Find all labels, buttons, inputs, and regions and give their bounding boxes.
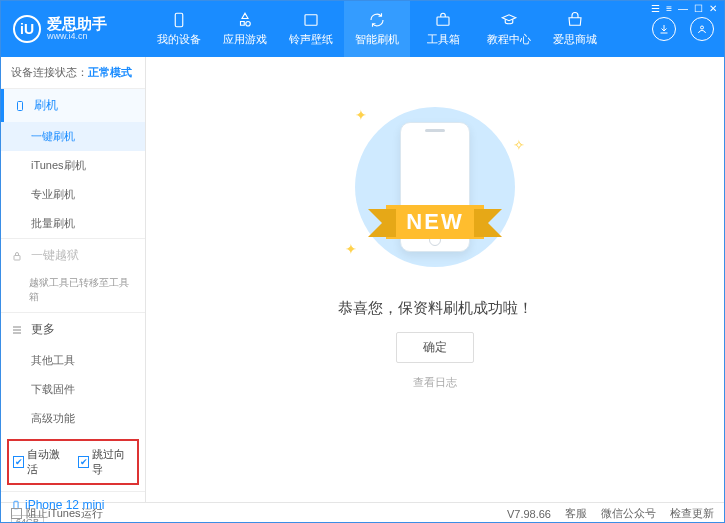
new-ribbon: NEW — [386, 205, 483, 239]
success-illustration: ✦ ✧ ✦ NEW — [335, 97, 535, 277]
sidebar: 设备连接状态：正常模式 刷机 一键刷机 iTunes刷机 专业刷机 批量刷机 一… — [1, 57, 146, 502]
svg-rect-0 — [175, 13, 183, 27]
header: ☰ ≡ — ☐ ✕ iU 爱思助手 www.i4.cn 我的设备 应用游戏 铃声… — [1, 1, 724, 57]
window-controls: ☰ ≡ — ☐ ✕ — [651, 3, 717, 14]
sidebar-head-flash[interactable]: 刷机 — [1, 89, 145, 122]
account-button[interactable] — [690, 17, 714, 41]
sidebar-item-pro-flash[interactable]: 专业刷机 — [1, 180, 145, 209]
win-menu-icon[interactable]: ☰ — [651, 3, 660, 14]
main-content: ✦ ✧ ✦ NEW 恭喜您，保资料刷机成功啦！ 确定 查看日志 — [146, 57, 724, 502]
sidebar-item-other-tools[interactable]: 其他工具 — [1, 346, 145, 375]
checkbox-skip-guide[interactable]: ✔跳过向导 — [78, 447, 133, 477]
check-icon: ✔ — [13, 456, 24, 468]
jailbreak-note: 越狱工具已转移至工具箱 — [29, 276, 133, 304]
graduation-icon — [500, 11, 518, 29]
connection-status: 设备连接状态：正常模式 — [1, 57, 145, 88]
win-close-icon[interactable]: ✕ — [709, 3, 717, 14]
success-message: 恭喜您，保资料刷机成功啦！ — [338, 299, 533, 318]
svg-rect-2 — [437, 17, 449, 25]
logo-icon: iU — [13, 15, 41, 43]
win-maximize-icon[interactable]: ☐ — [694, 3, 703, 14]
block-itunes-label: 阻止iTunes运行 — [26, 506, 103, 521]
list-icon — [11, 324, 25, 336]
toolbox-icon — [434, 11, 452, 29]
check-update-link[interactable]: 检查更新 — [670, 506, 714, 521]
view-log-link[interactable]: 查看日志 — [413, 375, 457, 390]
store-icon — [566, 11, 584, 29]
customer-service-link[interactable]: 客服 — [565, 506, 587, 521]
sparkle-icon: ✦ — [345, 241, 357, 257]
wechat-link[interactable]: 微信公众号 — [601, 506, 656, 521]
svg-rect-1 — [305, 15, 317, 26]
sidebar-head-more[interactable]: 更多 — [1, 313, 145, 346]
checkbox-highlight-box: ✔自动激活 ✔跳过向导 — [7, 439, 139, 485]
lock-icon — [11, 250, 25, 262]
version-label: V7.98.66 — [507, 508, 551, 520]
app-title: 爱思助手 — [47, 16, 107, 33]
phone-icon — [170, 11, 188, 29]
header-right — [646, 17, 724, 41]
tab-toolbox[interactable]: 工具箱 — [410, 1, 476, 57]
tab-ringtones[interactable]: 铃声壁纸 — [278, 1, 344, 57]
tab-apps[interactable]: 应用游戏 — [212, 1, 278, 57]
wallpaper-icon — [302, 11, 320, 29]
tab-smart-flash[interactable]: 智能刷机 — [344, 1, 410, 57]
checkbox-auto-activate[interactable]: ✔自动激活 — [13, 447, 68, 477]
sparkle-icon: ✧ — [513, 137, 525, 153]
sparkle-icon: ✦ — [355, 107, 367, 123]
svg-rect-4 — [18, 101, 23, 110]
sidebar-item-itunes-flash[interactable]: iTunes刷机 — [1, 151, 145, 180]
download-button[interactable] — [652, 17, 676, 41]
ok-button[interactable]: 确定 — [396, 332, 474, 363]
phone-icon — [14, 99, 28, 113]
win-config-icon[interactable]: ≡ — [666, 3, 672, 14]
win-minimize-icon[interactable]: — — [678, 3, 688, 14]
main-tabs: 我的设备 应用游戏 铃声壁纸 智能刷机 工具箱 教程中心 爱思商城 — [146, 1, 646, 57]
apps-icon — [236, 11, 254, 29]
svg-rect-5 — [14, 255, 20, 260]
tab-tutorials[interactable]: 教程中心 — [476, 1, 542, 57]
sidebar-item-download-firmware[interactable]: 下载固件 — [1, 375, 145, 404]
check-icon: ✔ — [78, 456, 89, 468]
checkbox-block-itunes[interactable] — [11, 508, 22, 519]
tab-store[interactable]: 爱思商城 — [542, 1, 608, 57]
sidebar-item-batch-flash[interactable]: 批量刷机 — [1, 209, 145, 238]
sidebar-item-oneclick-flash[interactable]: 一键刷机 — [1, 122, 145, 151]
sidebar-item-advanced[interactable]: 高级功能 — [1, 404, 145, 433]
refresh-icon — [368, 11, 386, 29]
logo: iU 爱思助手 www.i4.cn — [1, 15, 146, 43]
svg-point-3 — [701, 26, 704, 29]
app-url: www.i4.cn — [47, 32, 107, 42]
tab-my-device[interactable]: 我的设备 — [146, 1, 212, 57]
sidebar-head-jailbreak[interactable]: 一键越狱 — [1, 239, 145, 272]
